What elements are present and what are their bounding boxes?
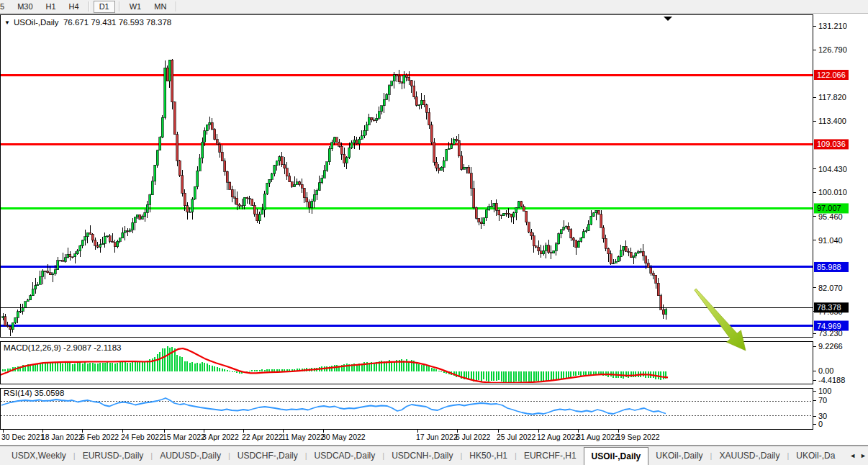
- date-label: 25 Jul 2022: [497, 433, 535, 441]
- y-axis-tick-label: 126.790: [818, 45, 847, 54]
- svg-text:74.969: 74.969: [817, 322, 841, 330]
- toolbar-separator: [176, 1, 177, 12]
- price-badge-85.988: 85.988: [814, 262, 849, 272]
- price-badge-97.007: 97.007: [814, 203, 849, 213]
- date-label: 31 Aug 2022: [577, 433, 619, 441]
- price-badge-74.969: 74.969: [814, 321, 849, 331]
- trading-platform-window: 5M30H1H4D1W1MN 131.210126.790117.820113.…: [0, 0, 868, 465]
- tab-xauusd-daily[interactable]: XAUUSD-,Daily: [712, 446, 787, 465]
- tab-hk50-h1[interactable]: HK50-,H1: [462, 446, 515, 465]
- main-price-panel[interactable]: [1, 15, 813, 338]
- date-label: 17 Jun 2022: [416, 433, 458, 441]
- tab-usdchf-daily[interactable]: USDCHF-,Daily: [230, 446, 305, 465]
- rsi-indicator-label: RSI(14) 35.0598: [4, 389, 64, 397]
- chart-title: ▼USOil-,Daily 76.671 79.431 76.593 78.37…: [4, 18, 171, 27]
- timeframe-button-mn[interactable]: MN: [148, 1, 172, 13]
- toolbar-separator: [119, 1, 120, 12]
- rsi-axis-label: 100: [818, 387, 831, 395]
- price-badge-78.378: 78.378: [814, 302, 849, 312]
- timeframe-button-m30[interactable]: M30: [12, 1, 38, 13]
- tab-scroll-right-icon[interactable]: ►: [860, 452, 867, 459]
- timeframe-button-w1[interactable]: W1: [124, 1, 148, 13]
- tab-scroll-left-icon[interactable]: ◄: [849, 452, 856, 459]
- tab-usdcnh-daily[interactable]: USDCNH-,Daily: [384, 446, 460, 465]
- symbol-tab-bar: USDX,Weekly|EURUSD-,Daily|AUDUSD-,Daily|…: [0, 446, 868, 465]
- svg-text:122.066: 122.066: [817, 71, 846, 79]
- chart-quote-ohlc: 76.671 79.431 76.593 78.378: [63, 18, 171, 27]
- y-axis-tick-label: 113.400: [818, 117, 846, 125]
- timeframe-button-5[interactable]: 5: [0, 1, 10, 13]
- tab-eurchf-h1[interactable]: EURCHF-,H1: [517, 446, 584, 465]
- time-axis[interactable]: 30 Dec 202118 Jan 20226 Feb 202224 Feb 2…: [1, 430, 660, 441]
- y-axis-tick-label: 131.210: [818, 22, 847, 30]
- rsi-axis-label: 70: [818, 396, 827, 405]
- timeframe-button-h1[interactable]: H1: [40, 1, 62, 13]
- date-label: 12 Aug 2022: [537, 433, 579, 441]
- tab-eurusd-daily[interactable]: EURUSD-,Daily: [76, 446, 151, 465]
- svg-text:109.036: 109.036: [817, 140, 846, 148]
- date-label: 15 Mar 2022: [163, 433, 205, 441]
- price-badge-122.066: 122.066: [814, 70, 849, 80]
- collapse-arrow-icon[interactable]: ▼: [4, 19, 10, 26]
- date-label: 22 Apr 2022: [242, 433, 283, 441]
- tab-usdcad-daily[interactable]: USDCAD-,Daily: [307, 446, 383, 465]
- tab-audusd-daily[interactable]: AUDUSD-,Daily: [153, 446, 228, 465]
- macd-axis-label: 0.00: [818, 366, 833, 375]
- rsi-axis-label: 0: [818, 420, 823, 428]
- chart-symbol-label: USOil-,Daily: [14, 18, 59, 27]
- svg-text:85.988: 85.988: [817, 263, 841, 271]
- timeframe-button-h4[interactable]: H4: [63, 1, 85, 13]
- tab-usdx-weekly[interactable]: USDX,Weekly: [4, 446, 73, 465]
- macd-axis-label: -4.4188: [818, 376, 845, 384]
- date-label: 24 Feb 2022: [121, 433, 163, 441]
- date-label: 30 Dec 2021: [1, 433, 45, 441]
- svg-text:78.378: 78.378: [817, 303, 841, 312]
- chart-canvas[interactable]: 131.210126.790117.820113.400104.430100.0…: [0, 0, 868, 465]
- toolbar-separator: [89, 1, 90, 12]
- macd-indicator-label: MACD(12,26,9) -2.9087 -2.1183: [4, 343, 121, 352]
- price-axis[interactable]: 131.210126.790117.820113.400104.430100.0…: [813, 22, 849, 338]
- tab-ukoil-daily[interactable]: UKOil-,Daily: [648, 446, 710, 465]
- date-label: 30 May 2022: [322, 433, 366, 441]
- date-label: 6 Feb 2022: [81, 433, 119, 441]
- tab-usoil-daily[interactable]: USOil-,Daily: [584, 447, 649, 465]
- price-badge-109.036: 109.036: [814, 139, 849, 149]
- rsi-panel[interactable]: [1, 389, 813, 430]
- macd-axis-label: 9.2266: [818, 342, 843, 351]
- y-axis-tick-label: 117.820: [818, 93, 846, 101]
- tab-scroll-controls: ◄ ►: [849, 448, 867, 464]
- y-axis-tick-label: 100.010: [818, 188, 847, 197]
- timeframe-toolbar: 5M30H1H4D1W1MN: [0, 0, 868, 14]
- y-axis-tick-label: 95.460: [818, 212, 843, 221]
- date-label: 19 Sep 2022: [617, 433, 660, 441]
- timeframe-button-d1[interactable]: D1: [94, 1, 115, 13]
- date-label: 18 Jan 2022: [41, 433, 83, 441]
- y-axis-tick-label: 82.070: [818, 284, 843, 292]
- date-label: 11 May 2022: [281, 433, 325, 441]
- y-axis-tick-label: 104.430: [818, 165, 847, 173]
- date-label: 3 Apr 2022: [202, 433, 239, 441]
- tab-ukoil-da[interactable]: UKOil-,Da: [789, 446, 842, 465]
- date-label: 6 Jul 2022: [456, 433, 491, 441]
- y-axis-tick-label: 91.040: [818, 236, 843, 245]
- svg-text:97.007: 97.007: [817, 204, 841, 212]
